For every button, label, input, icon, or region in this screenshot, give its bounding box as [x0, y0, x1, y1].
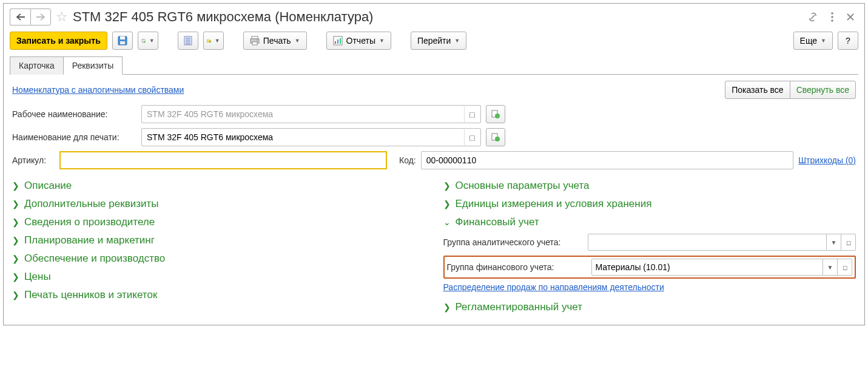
svg-rect-20: [335, 41, 336, 44]
show-all-button[interactable]: Показать все: [725, 81, 790, 99]
back-button[interactable]: [10, 8, 30, 25]
finance-group-highlight: Группа финансового учета: ▼ ◻: [443, 256, 856, 279]
section-finance[interactable]: ⌄Финансовый учет: [443, 213, 856, 231]
tab-details[interactable]: Реквизиты: [63, 56, 123, 75]
chevron-down-icon: ⌄: [443, 217, 451, 227]
section-description[interactable]: ❯Описание: [12, 177, 425, 195]
open-icon[interactable]: ◻: [841, 234, 856, 251]
artikul-input[interactable]: [59, 151, 387, 169]
open-icon[interactable]: ◻: [464, 129, 480, 145]
chevron-right-icon: ❯: [12, 272, 19, 282]
apply-print-name-button[interactable]: [486, 128, 505, 146]
finance-group-input[interactable]: [591, 259, 824, 276]
analytical-group-label: Группа аналитического учета:: [443, 237, 583, 247]
list-button[interactable]: [178, 32, 198, 50]
forward-button[interactable]: [30, 8, 51, 25]
chevron-right-icon: ❯: [443, 302, 451, 312]
finance-group-label: Группа финансового учета:: [447, 262, 587, 272]
section-regulated[interactable]: ❯Регламентированный учет: [443, 298, 856, 316]
artikul-label: Артикул:: [12, 155, 55, 165]
chevron-right-icon: ❯: [12, 199, 19, 209]
svg-rect-15: [252, 36, 258, 39]
help-button[interactable]: ?: [838, 32, 858, 50]
open-icon[interactable]: ◻: [838, 259, 852, 276]
page-title: STM 32F 405 RGT6 микросхема (Номенклатур…: [73, 9, 799, 25]
section-additional[interactable]: ❯Дополнительные реквизиты: [12, 195, 425, 213]
save-button[interactable]: [112, 32, 133, 50]
tab-card[interactable]: Карточка: [10, 56, 64, 75]
section-prices[interactable]: ❯Цены: [12, 268, 425, 286]
chevron-right-icon: ❯: [443, 181, 451, 191]
print-label: Печать: [263, 36, 291, 46]
close-icon[interactable]: [843, 10, 858, 24]
svg-point-0: [831, 12, 833, 15]
reports-label: Отчеты: [346, 36, 375, 46]
link-icon[interactable]: [804, 9, 822, 25]
favorite-star-icon[interactable]: ☆: [56, 9, 68, 25]
folder-button[interactable]: ▼: [203, 32, 224, 50]
print-name-label: Наименование для печати:: [12, 132, 136, 142]
chevron-right-icon: ❯: [12, 217, 19, 227]
working-name-label: Рабочее наименование:: [12, 109, 136, 119]
barcodes-link[interactable]: Штрихкоды (0): [798, 155, 856, 165]
reports-button[interactable]: Отчеты▼: [326, 32, 391, 50]
code-input[interactable]: [421, 151, 793, 169]
more-menu-icon[interactable]: [827, 9, 838, 25]
svg-point-14: [209, 41, 211, 42]
working-name-input[interactable]: [141, 105, 481, 123]
section-print-tags[interactable]: ❯Печать ценников и этикеток: [12, 286, 425, 304]
print-name-input[interactable]: [141, 128, 481, 146]
svg-point-26: [495, 137, 500, 141]
code-label: Код:: [399, 155, 416, 165]
print-button[interactable]: Печать▼: [243, 32, 307, 50]
svg-point-18: [257, 39, 258, 41]
section-supply[interactable]: ❯Обеспечение и производство: [12, 250, 425, 268]
svg-point-2: [831, 19, 833, 22]
svg-rect-21: [337, 39, 338, 44]
svg-point-1: [831, 16, 833, 18]
analytical-group-input[interactable]: [588, 234, 827, 251]
similar-link[interactable]: Номенклатура с аналогичными свойствами: [12, 85, 184, 95]
goto-button[interactable]: Перейти▼: [411, 32, 466, 50]
section-planning[interactable]: ❯Планирование и маркетинг: [12, 231, 425, 250]
section-units[interactable]: ❯Единицы измерения и условия хранения: [443, 195, 856, 213]
more-label: Еще: [800, 36, 818, 46]
goto-label: Перейти: [417, 36, 451, 46]
chevron-right-icon: ❯: [12, 254, 19, 263]
svg-rect-5: [120, 41, 125, 44]
chevron-right-icon: ❯: [12, 236, 19, 245]
more-button[interactable]: Еще▼: [793, 32, 833, 50]
dropdown-icon[interactable]: ▼: [823, 259, 838, 276]
chevron-right-icon: ❯: [12, 290, 19, 300]
open-icon[interactable]: ◻: [464, 106, 480, 122]
section-main-params[interactable]: ❯Основные параметры учета: [443, 177, 856, 195]
svg-point-8: [143, 41, 145, 42]
copy-button[interactable]: ▼: [138, 32, 158, 50]
svg-rect-17: [252, 42, 257, 45]
dropdown-icon[interactable]: ▼: [827, 234, 841, 251]
apply-working-name-button[interactable]: [486, 105, 505, 123]
svg-point-24: [495, 114, 500, 118]
sales-distribution-link[interactable]: Распределение продаж по направлениям дея…: [443, 282, 664, 292]
save-and-close-button[interactable]: Записать и закрыть: [10, 32, 107, 50]
chevron-right-icon: ❯: [443, 199, 451, 209]
chevron-right-icon: ❯: [12, 181, 19, 191]
svg-rect-22: [340, 38, 341, 44]
collapse-all-button[interactable]: Свернуть все: [790, 81, 856, 99]
section-manufacturer[interactable]: ❯Сведения о производителе: [12, 213, 425, 231]
svg-rect-4: [120, 36, 125, 39]
